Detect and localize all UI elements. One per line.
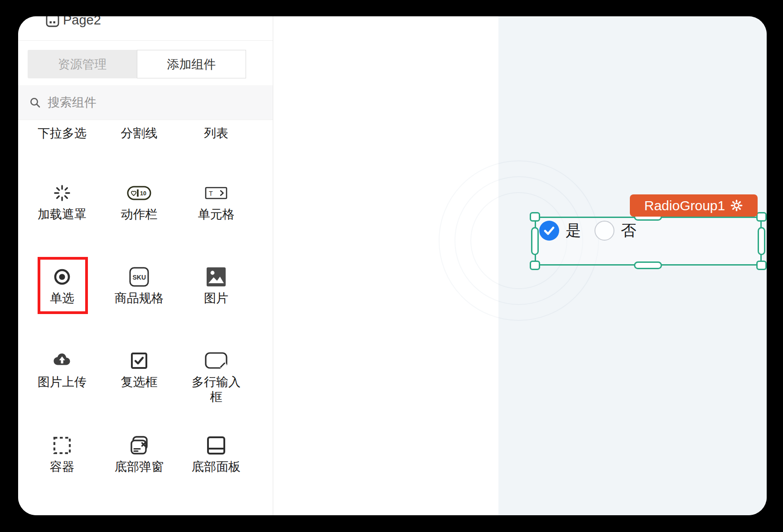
search-icon [29,97,41,109]
search-placeholder: 搜索组件 [48,94,97,111]
palette-item-loading-mask[interactable]: 加载遮罩 [24,183,101,222]
svg-text:10: 10 [140,190,146,197]
bottom-panel-icon [206,435,226,456]
resize-handle-bottom[interactable] [634,261,662,269]
palette-item-bottom-panel[interactable]: 底部面板 [178,435,255,474]
svg-text:SKU: SKU [133,274,146,281]
component-name-tag[interactable]: RadioGroup1 [630,194,758,217]
palette-item-container[interactable]: 容器 [24,435,101,474]
screen: Page2 资源管理 添加组件 搜索组件 下拉多选 [0,0,783,532]
palette-item-checkbox[interactable]: 复选框 [101,350,178,405]
page-title: Page2 [63,16,101,28]
svg-text:T: T [209,190,213,197]
palette-item-dropdown-multiselect[interactable]: 下拉多选 [24,122,101,141]
palette-row: 加载遮罩 10 动作栏 [24,183,255,222]
resize-handle-top-left[interactable] [530,212,540,222]
container-icon [53,435,72,456]
checkbox-icon [130,350,148,371]
palette-row: 容器 底部弹窗 [24,435,255,474]
tab-add-component[interactable]: 添加组件 [137,50,246,78]
spinner-icon [52,183,72,203]
cloud-upload-icon [51,350,73,371]
panel-tabs: 资源管理 添加组件 [28,50,246,78]
palette-item-radio[interactable]: 单选 [24,266,101,306]
textarea-icon [204,350,228,371]
palette-item-cell[interactable]: T 单元格 [178,183,255,222]
page-tree-item[interactable]: Page2 [18,16,273,41]
palette-row: 下拉多选 分割线 列表 [24,122,255,141]
palette-row: 图片上传 复选框 [24,350,255,405]
palette-row: 单选 SKU 商品规格 [24,266,255,306]
app-window: Page2 资源管理 添加组件 搜索组件 下拉多选 [18,16,767,515]
palette-item-textarea[interactable]: 多行输入框 [178,350,255,405]
cell-icon: T [205,183,227,203]
radio-icon [52,266,72,287]
gear-icon[interactable] [730,199,743,212]
selection-border [535,217,762,266]
component-panel: Page2 资源管理 添加组件 搜索组件 下拉多选 [18,16,273,515]
palette-item-list[interactable]: 列表 [178,122,255,141]
action-bar-icon: 10 [127,183,151,203]
resize-handle-bottom-left[interactable] [530,261,540,270]
page-icon [46,16,59,29]
bottom-popup-icon [129,435,150,456]
palette-item-divider[interactable]: 分割线 [101,122,178,141]
resize-handle-right[interactable] [758,227,765,255]
resize-handle-left[interactable] [531,227,539,255]
resize-handle-bottom-right[interactable] [756,261,767,270]
palette-item-image[interactable]: 图片 [178,266,255,306]
palette-item-bottom-popup[interactable]: 底部弹窗 [101,435,178,474]
palette-item-sku[interactable]: SKU 商品规格 [101,266,178,306]
palette-item-action-bar[interactable]: 10 动作栏 [101,183,178,222]
palette-item-image-upload[interactable]: 图片上传 [24,350,101,405]
tab-resource-manage[interactable]: 资源管理 [28,50,137,78]
image-icon [206,266,227,287]
component-name: RadioGroup1 [644,198,725,213]
resize-handle-top-right[interactable] [756,212,767,222]
sku-icon: SKU [129,266,150,287]
component-search[interactable]: 搜索组件 [18,85,273,120]
